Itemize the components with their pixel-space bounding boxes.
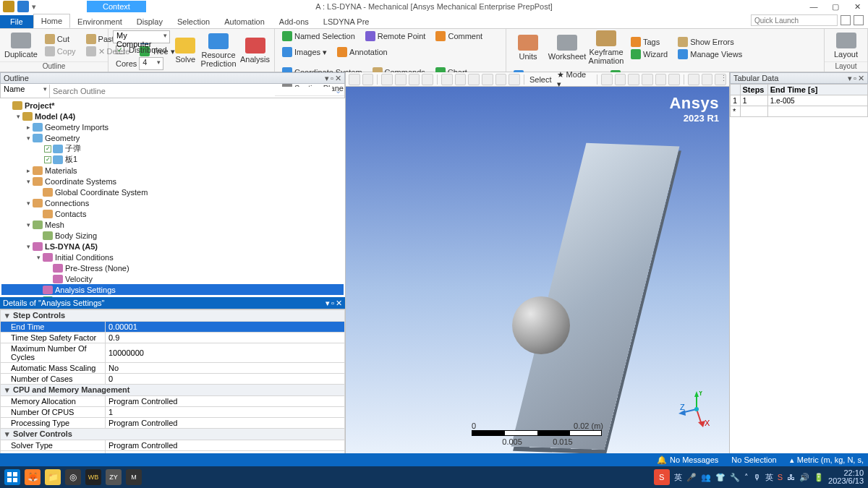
tray-lang-icon[interactable]: 英	[765, 472, 773, 483]
annotation-button[interactable]: Annotation	[334, 46, 391, 58]
tabular-row[interactable]: 11	[731, 95, 868, 106]
details-grid[interactable]: ▾ Step ControlsEnd Time0.00001Time Step …	[0, 309, 345, 453]
vp-persp-icon[interactable]	[409, 74, 420, 85]
details-row[interactable]: Number Of CPUS1	[1, 407, 345, 418]
layout-button[interactable]: Layout	[829, 33, 863, 59]
show-errors-button[interactable]: Show Errors	[675, 36, 745, 48]
tree-item[interactable]: ▸Materials	[1, 165, 344, 176]
tray-tool-icon[interactable]: 🔧	[730, 473, 740, 482]
sogou-ime-icon[interactable]: S	[654, 469, 670, 485]
firefox-icon[interactable]: 🦊	[25, 469, 41, 485]
tree-item[interactable]: ▾Initial Conditions	[1, 252, 344, 262]
explorer-icon[interactable]: 📁	[45, 469, 61, 485]
tree-item[interactable]: Global Coordinate System	[1, 187, 344, 197]
analysis-button[interactable]: Analysis	[240, 38, 270, 64]
close-button[interactable]: ✕	[846, 0, 868, 13]
details-close-icon[interactable]: ✕	[336, 299, 342, 308]
tree-item[interactable]: ▾Coordinate Systems	[1, 176, 344, 187]
quick-launch-input[interactable]	[751, 14, 838, 26]
tab-environment[interactable]: Environment	[70, 15, 129, 28]
vp-explode-icon[interactable]	[702, 74, 713, 85]
vp-sel-edge-icon[interactable]	[615, 74, 626, 85]
tray-mic2-icon[interactable]: 🎙	[753, 473, 761, 481]
taskbar-clock[interactable]: 22:102023/6/13	[828, 469, 864, 485]
manage-views-button[interactable]: Manage Views	[675, 48, 745, 60]
tray-bat-icon[interactable]: 🔋	[814, 473, 824, 482]
zy-icon[interactable]: ZY	[106, 469, 122, 485]
tab-display[interactable]: Display	[129, 15, 170, 28]
vp-zoomin-icon[interactable]	[468, 74, 480, 85]
tree-item[interactable]: Analysis Settings	[1, 284, 344, 295]
vp-zoom-icon[interactable]	[362, 74, 374, 85]
triad-icon[interactable]: Y Z X	[678, 391, 715, 427]
tab-addons[interactable]: Add-ons	[272, 15, 316, 28]
save-icon[interactable]	[17, 1, 29, 12]
vp-rotate-icon[interactable]	[441, 74, 453, 85]
details-row[interactable]: Memory AllocationProgram Controlled	[1, 396, 345, 407]
remote-point-button[interactable]: Remote Point	[362, 30, 429, 42]
cut-button[interactable]: Cut	[42, 33, 79, 45]
tree-item[interactable]: ▾Mesh	[1, 219, 344, 230]
comment-button[interactable]: Comment	[433, 30, 485, 42]
tree-item[interactable]: ▾LS-DYNA (A5)	[1, 241, 344, 252]
details-row[interactable]: Time Step Safety Factor0.9	[1, 333, 345, 343]
tree-item[interactable]: ✓子弹	[1, 143, 344, 154]
details-row[interactable]: Maximum Number Of Cycles10000000	[1, 343, 345, 363]
tree-item[interactable]: Body Sizing	[1, 230, 344, 241]
tabular-data-grid[interactable]: StepsEnd Time [s]11*	[730, 84, 868, 453]
tree-item[interactable]: Velocity	[1, 273, 344, 284]
tags-button[interactable]: Tags	[628, 36, 671, 48]
context-tab[interactable]: Context	[87, 1, 146, 12]
vp-fit-icon[interactable]	[349, 74, 360, 85]
duplicate-button[interactable]: Duplicate	[4, 33, 38, 59]
details-row[interactable]: ▾ CPU and Memory Management	[1, 385, 345, 396]
cores-field[interactable]: Cores 4	[113, 56, 170, 71]
vp-zoomout-icon[interactable]	[482, 74, 493, 85]
vp-sel-node-icon[interactable]	[655, 74, 667, 85]
details-row[interactable]: Automatic Mass ScalingNo	[1, 363, 345, 374]
tree-item[interactable]: Project*	[1, 100, 344, 111]
ime-lang[interactable]: 英	[674, 472, 682, 483]
tray-mic-icon[interactable]: 🎤	[686, 473, 697, 482]
vp-select-label[interactable]: Select	[528, 75, 553, 84]
pin-icon[interactable]: ▾	[325, 74, 329, 83]
solve-button[interactable]: Solve	[174, 38, 197, 64]
vp-wire-icon[interactable]	[381, 74, 393, 85]
named-selection-button[interactable]: Named Selection	[279, 30, 358, 42]
units-button[interactable]: Units	[511, 35, 545, 61]
vp-prev-icon[interactable]	[509, 74, 520, 85]
tree-item[interactable]: Contacts	[1, 208, 344, 219]
tabular-close-icon[interactable]: ✕	[858, 74, 864, 83]
vp-sel-body-icon[interactable]	[642, 74, 653, 85]
minimize-button[interactable]: —	[803, 0, 825, 13]
vp-iso-icon[interactable]	[422, 74, 433, 85]
tray-sogou2-icon[interactable]: S	[778, 473, 783, 481]
details-row[interactable]: Solver PrecisionProgram Controlled	[1, 451, 345, 454]
tab-automation[interactable]: Automation	[217, 15, 272, 28]
resource-prediction-button[interactable]: Resource Prediction	[201, 33, 236, 68]
tab-home[interactable]: Home	[33, 14, 70, 28]
vp-sel-elem-icon[interactable]	[668, 74, 680, 85]
tree-item[interactable]: ▾Model (A4)	[1, 111, 344, 121]
wb-icon[interactable]: WB	[85, 469, 101, 485]
copy-button[interactable]: Copy	[42, 46, 79, 57]
keyframe-button[interactable]: Keyframe Animation	[589, 30, 624, 65]
tree-item[interactable]: ▸Geometry Imports	[1, 121, 344, 132]
maximize-button[interactable]: ▢	[825, 0, 846, 13]
details-row[interactable]: End Time0.00001	[1, 322, 345, 333]
wizard-button[interactable]: Wizard	[628, 48, 671, 60]
start-button[interactable]	[4, 469, 20, 485]
obs-icon[interactable]: ◎	[65, 469, 81, 485]
status-messages[interactable]: 🔔 No Messages	[657, 455, 718, 465]
tab-lsdyna-pre[interactable]: LSDYNA Pre	[316, 15, 377, 28]
details-row[interactable]: Processing TypeProgram Controlled	[1, 418, 345, 429]
images-button[interactable]: Images▾	[279, 46, 330, 58]
vp-pan-icon[interactable]	[455, 74, 467, 85]
vp-sel-face-icon[interactable]	[628, 74, 639, 85]
outline-filter-mode[interactable]: Name	[1, 85, 50, 98]
tray-chevron-icon[interactable]: ˄	[744, 473, 749, 482]
collapse-ribbon-icon[interactable]	[854, 15, 864, 25]
details-row[interactable]: ▾ Solver Controls	[1, 429, 345, 440]
tray-shirt-icon[interactable]: 👕	[715, 473, 726, 482]
vp-clip-icon[interactable]	[688, 74, 699, 85]
